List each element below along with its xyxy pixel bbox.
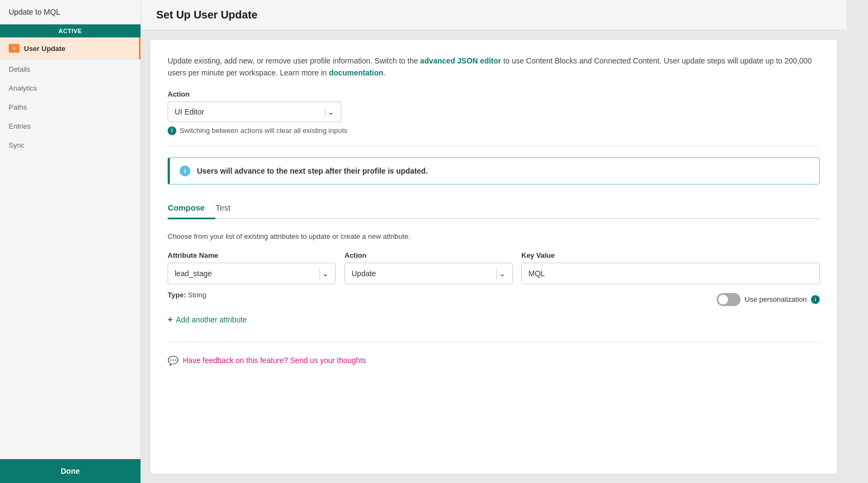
col-header-attribute-name: Attribute Name — [168, 251, 336, 259]
select-divider — [320, 268, 320, 279]
description-part3: . — [384, 68, 386, 77]
page-title: Set Up User Update — [156, 9, 831, 21]
content-panel: Update existing, add new, or remove user… — [150, 39, 838, 474]
sidebar-nav-items: Details Analytics Paths Entries Sync — [0, 60, 141, 459]
chevron-down-icon-2: ⌄ — [499, 269, 506, 278]
description-text: Update existing, add new, or remove user… — [168, 55, 820, 79]
sidebar-item-user-update[interactable]: ≡ User Update — [0, 37, 141, 59]
action-hint: i Switching between actions will clear a… — [168, 126, 820, 135]
type-personalization-row: Type: String Use personalization i — [168, 289, 820, 306]
select-divider-2 — [496, 268, 497, 279]
sidebar-item-sync[interactable]: Sync — [0, 136, 141, 155]
feedback-link[interactable]: 💬 Have feedback on this feature? Send us… — [168, 355, 820, 366]
main-content: Set Up User Update Update existing, add … — [141, 0, 846, 483]
compose-description: Choose from your list of existing attrib… — [168, 232, 820, 240]
use-personalization-toggle[interactable] — [717, 293, 741, 306]
feedback-text: Have feedback on this feature? Send us y… — [183, 356, 366, 365]
action-field-group: Action UI Editor ⌄ i Switching between a… — [168, 90, 820, 135]
right-panel — [846, 0, 868, 483]
sidebar-item-paths[interactable]: Paths — [0, 98, 141, 117]
info-banner-icon: i — [180, 166, 190, 176]
sidebar-item-entries[interactable]: Entries — [0, 117, 141, 136]
info-banner-text: Users will advance to the next step afte… — [197, 167, 428, 175]
compose-section: Choose from your list of existing attrib… — [168, 232, 820, 366]
personalization-info-icon[interactable]: i — [811, 295, 820, 304]
sidebar: Update to MQL ACTIVE ≡ User Update Detai… — [0, 0, 141, 483]
separator-1 — [168, 146, 820, 147]
key-value-input[interactable] — [521, 263, 820, 284]
info-icon: i — [168, 126, 176, 135]
action-row-select[interactable]: Update ⌄ — [344, 263, 513, 284]
attribute-name-select[interactable]: lead_stage ⌄ — [168, 263, 336, 284]
action-select[interactable]: UI Editor ⌄ — [168, 101, 341, 122]
sidebar-item-details[interactable]: Details — [0, 60, 141, 79]
add-attribute-button[interactable]: + Add another attribute — [168, 310, 247, 329]
feedback-separator — [168, 342, 820, 342]
user-update-icon: ≡ — [9, 44, 20, 53]
col-header-action: Action — [344, 251, 513, 259]
action-row-value: Update — [352, 269, 376, 278]
attributes-column-headers: Attribute Name Action Key Value — [168, 251, 820, 259]
add-attribute-label: Add another attribute — [176, 315, 247, 324]
type-label-key: Type: — [168, 291, 186, 299]
tab-test[interactable]: Test — [215, 198, 241, 219]
sidebar-title: Update to MQL — [0, 0, 141, 24]
chevron-down-icon: ⌄ — [322, 269, 329, 278]
action-select-divider-and-chevron: ⌄ — [325, 106, 334, 117]
type-label-value: String — [188, 291, 206, 299]
done-button[interactable]: Done — [0, 459, 141, 483]
page-header: Set Up User Update — [141, 0, 846, 30]
attribute-name-value: lead_stage — [175, 269, 212, 278]
info-banner: i Users will advance to the next step af… — [168, 157, 820, 185]
col-header-key-value: Key Value — [521, 251, 820, 259]
sidebar-active-badge: ACTIVE — [0, 24, 141, 37]
description-part1: Update existing, add new, or remove user… — [168, 56, 420, 65]
action-select-value: UI Editor — [175, 107, 204, 116]
sidebar-item-analytics[interactable]: Analytics — [0, 79, 141, 98]
feedback-icon: 💬 — [168, 355, 178, 366]
type-label: Type: String — [168, 291, 336, 299]
attribute-row: lead_stage ⌄ Update ⌄ — [168, 263, 820, 284]
toggle-thumb — [718, 295, 728, 304]
chevron-down-icon: ⌄ — [328, 107, 334, 116]
sidebar-item-label: User Update — [24, 45, 66, 53]
attribute-name-select-chevron-wrapper: ⌄ — [320, 268, 329, 279]
documentation-link[interactable]: documentation — [329, 68, 383, 77]
action-field-label: Action — [168, 90, 820, 98]
advanced-json-editor-link[interactable]: advanced JSON editor — [420, 56, 501, 65]
personalization-toggle-row: Use personalization i — [521, 293, 820, 306]
tabs: Compose Test — [168, 198, 820, 219]
plus-icon: + — [168, 315, 173, 325]
action-select-chevron-wrapper: ⌄ — [496, 268, 506, 279]
tab-compose[interactable]: Compose — [168, 198, 215, 219]
personalization-label: Use personalization — [745, 295, 807, 303]
action-hint-text: Switching between actions will clear all… — [180, 126, 347, 135]
